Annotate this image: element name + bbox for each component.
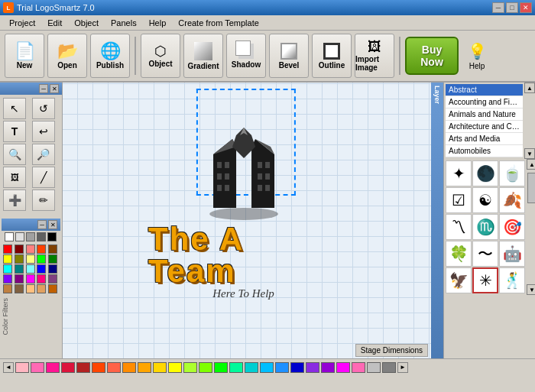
color-swatch-8[interactable] [37, 254, 46, 264]
icon-cell-3[interactable]: ☑ [446, 187, 472, 213]
menu-edit[interactable]: Edit [41, 17, 68, 29]
swatch-lgray[interactable] [15, 232, 24, 241]
icon-cell-0[interactable]: ✦ [446, 160, 472, 186]
swatch-white[interactable] [5, 232, 14, 241]
color-swatch-2[interactable] [26, 245, 35, 254]
color-swatch-15[interactable] [3, 274, 12, 283]
bottom-swatch-9[interactable] [153, 362, 167, 373]
publish-button[interactable]: 🌐 Publish [90, 34, 130, 78]
color-minimize[interactable]: ─ [37, 220, 47, 229]
scroll-up-arrow[interactable]: ▲ [524, 83, 535, 93]
category-accounting[interactable]: Accounting and Finan [446, 96, 523, 109]
open-button[interactable]: 📂 Open [47, 34, 87, 78]
category-auto[interactable]: Automobiles [446, 145, 523, 157]
bottom-swatch-16[interactable] [260, 362, 274, 373]
bottom-swatch-4[interactable] [76, 362, 90, 373]
icon-cell-5[interactable]: 🍂 [499, 187, 525, 213]
bottom-swatch-11[interactable] [183, 362, 197, 373]
icon-cell-10[interactable]: 〜 [472, 241, 498, 267]
bottom-swatch-23[interactable] [367, 362, 381, 373]
color-swatch-7[interactable] [26, 254, 35, 264]
color-close[interactable]: ✕ [48, 220, 57, 229]
color-swatch-22[interactable] [26, 284, 35, 293]
import-image-button[interactable]: 🖼 Import Image [355, 34, 394, 78]
color-swatch-12[interactable] [26, 264, 35, 274]
bottom-swatch-24[interactable] [382, 362, 396, 373]
add-tool[interactable]: ➕ [3, 190, 26, 211]
outline-button[interactable]: Outline [312, 34, 352, 78]
menu-help[interactable]: Help [143, 17, 173, 29]
tools-minimize[interactable]: ─ [39, 84, 48, 93]
bottom-swatch-15[interactable] [245, 362, 258, 373]
color-swatch-18[interactable] [37, 274, 46, 283]
minimize-button[interactable]: ─ [492, 2, 504, 13]
icon-cell-9[interactable]: 🍀 [446, 241, 472, 267]
bottom-swatch-10[interactable] [168, 362, 182, 373]
icons-scroll-down[interactable]: ▼ [527, 284, 535, 295]
bottom-swatch-18[interactable] [290, 362, 304, 373]
bottom-swatch-1[interactable] [31, 362, 44, 373]
icon-cell-12[interactable]: 🦅 [446, 267, 472, 293]
bottom-swatch-14[interactable] [229, 362, 243, 373]
color-swatch-24[interactable] [48, 284, 57, 293]
bottom-swatch-17[interactable] [275, 362, 289, 373]
color-swatch-20[interactable] [3, 284, 12, 293]
icon-cell-6[interactable]: 〽 [446, 214, 472, 240]
icon-cell-7[interactable]: ♏ [472, 214, 498, 240]
undo-tool[interactable]: ↩ [32, 121, 55, 142]
bottom-swatch-19[interactable] [306, 362, 319, 373]
bottom-scroll-left[interactable]: ◄ [3, 362, 14, 373]
scroll-down-arrow[interactable]: ▼ [524, 148, 535, 159]
menu-project[interactable]: Project [3, 17, 41, 29]
bottom-swatch-12[interactable] [199, 362, 212, 373]
maximize-button[interactable]: □ [506, 2, 518, 13]
color-swatch-16[interactable] [15, 274, 24, 283]
menu-object[interactable]: Object [68, 17, 105, 29]
color-swatch-17[interactable] [26, 274, 35, 283]
bottom-swatch-22[interactable] [352, 362, 365, 373]
color-swatch-5[interactable] [3, 254, 12, 264]
color-swatch-6[interactable] [15, 254, 24, 264]
swatch-black[interactable] [47, 232, 57, 241]
icon-cell-2[interactable]: 🍵 [499, 160, 525, 186]
bottom-swatch-7[interactable] [122, 362, 136, 373]
bevel-button[interactable]: Bevel [269, 34, 309, 78]
image-tool[interactable]: 🖼 [3, 167, 26, 188]
pencil-tool[interactable]: ✏ [32, 190, 55, 211]
color-swatch-10[interactable] [3, 264, 12, 274]
color-swatch-1[interactable] [15, 245, 24, 254]
swatch-dgray[interactable] [37, 232, 46, 241]
color-swatch-13[interactable] [37, 264, 46, 274]
line-tool[interactable]: ╱ [32, 167, 55, 188]
color-swatch-11[interactable] [15, 264, 24, 274]
color-swatch-4[interactable] [48, 245, 57, 254]
menu-panels[interactable]: Panels [105, 17, 143, 29]
bottom-swatch-13[interactable] [214, 362, 228, 373]
bottom-swatch-21[interactable] [336, 362, 350, 373]
bottom-swatch-0[interactable] [15, 362, 29, 373]
category-animals[interactable]: Animals and Nature [446, 109, 523, 121]
object-button[interactable]: ⬡ Object [141, 34, 180, 78]
icons-scroll-thumb[interactable] [527, 173, 535, 203]
color-swatch-9[interactable] [48, 254, 57, 264]
text-tool[interactable]: T [3, 121, 26, 142]
canvas-area[interactable]: The A Team Here To Help Stage Dimensions… [63, 83, 443, 358]
help-button[interactable]: 💡 Help [462, 34, 492, 78]
icon-cell-8[interactable]: 🎯 [499, 214, 525, 240]
color-swatch-23[interactable] [37, 284, 46, 293]
new-button[interactable]: 📄 New [5, 34, 44, 78]
icon-cell-1[interactable]: 🌑 [472, 160, 498, 186]
category-arts[interactable]: Arts and Media [446, 133, 523, 145]
icons-scroll-up[interactable]: ▲ [527, 159, 535, 170]
color-swatch-0[interactable] [3, 245, 12, 254]
icon-cell-13[interactable]: ✳ [472, 267, 498, 293]
gradient-button[interactable]: Gradient [183, 34, 223, 78]
swatch-gray[interactable] [26, 232, 35, 241]
category-abstract[interactable]: Abstract [446, 84, 523, 96]
bottom-swatch-5[interactable] [92, 362, 105, 373]
color-swatch-14[interactable] [48, 264, 57, 274]
stage-dimensions[interactable]: Stage Dimensions [355, 344, 428, 357]
rotate-tool[interactable]: ↺ [32, 98, 55, 119]
icon-cell-14[interactable]: 🕺 [499, 267, 525, 293]
buy-now-button[interactable]: Buy Now [405, 37, 459, 75]
